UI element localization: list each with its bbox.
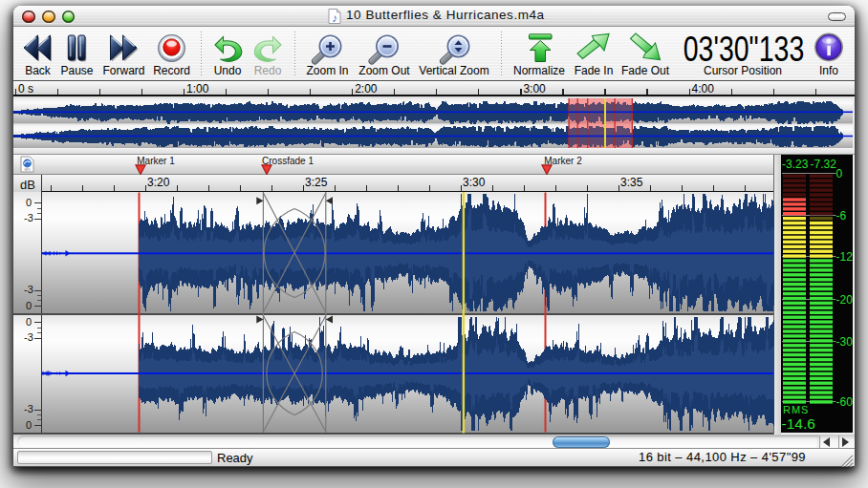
- svg-text:-3.23: -3.23: [782, 158, 809, 171]
- svg-text:-14.6: -14.6: [782, 415, 815, 432]
- svg-text:-30: -30: [836, 335, 854, 349]
- svg-text:-20: -20: [836, 293, 854, 307]
- svg-text:-7.32: -7.32: [811, 158, 837, 171]
- svg-text:RMS: RMS: [783, 404, 809, 415]
- svg-text:-6: -6: [836, 209, 847, 223]
- svg-text:MP4: MP4: [24, 167, 31, 171]
- svg-text:♪: ♪: [332, 11, 337, 25]
- svg-text:0: 0: [836, 167, 843, 180]
- svg-text:-12: -12: [836, 250, 854, 264]
- svg-text:-60: -60: [836, 395, 854, 409]
